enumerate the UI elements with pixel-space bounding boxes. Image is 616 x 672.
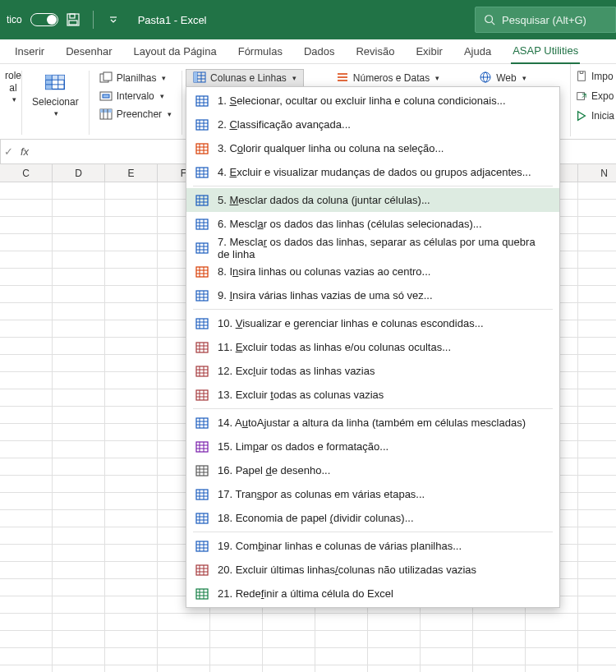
column-header[interactable]: C	[0, 164, 53, 182]
menu-item-16[interactable]: 16. Papel de desenho...	[186, 458, 559, 482]
cell[interactable]	[105, 579, 158, 596]
cell[interactable]	[210, 631, 263, 648]
tab-exibir[interactable]: Exibir	[414, 39, 444, 64]
cell[interactable]	[526, 648, 578, 665]
menu-item-4[interactable]: 4. Excluir e visualizar mudanças de dado…	[186, 160, 559, 184]
cell[interactable]	[0, 372, 53, 389]
cell[interactable]	[263, 631, 315, 648]
cell[interactable]	[0, 182, 53, 200]
cell[interactable]	[53, 596, 105, 614]
cell[interactable]	[0, 389, 53, 407]
preencher-button[interactable]: Preencher▾	[96, 105, 175, 123]
cell[interactable]	[0, 458, 53, 476]
cell[interactable]	[53, 441, 105, 458]
cell[interactable]	[0, 251, 53, 269]
cell[interactable]	[53, 527, 105, 545]
selecionar-button[interactable]: Selecionar ▾	[29, 69, 82, 119]
importar-button[interactable]: Impo	[572, 67, 614, 85]
cell[interactable]	[578, 234, 616, 251]
cell[interactable]	[0, 320, 53, 338]
cell[interactable]	[473, 614, 526, 631]
cell[interactable]	[578, 355, 616, 372]
cell[interactable]	[0, 493, 53, 510]
intervalo-button[interactable]: Intervalo▾	[96, 87, 168, 105]
cell[interactable]	[53, 303, 105, 320]
cell[interactable]	[0, 596, 53, 614]
save-icon[interactable]	[67, 13, 80, 26]
cell[interactable]	[105, 527, 158, 545]
cell[interactable]	[0, 527, 53, 545]
menu-item-1[interactable]: 1. Selecionar, ocultar ou excluir linha …	[186, 89, 559, 113]
cell[interactable]	[53, 200, 105, 217]
cell[interactable]	[263, 614, 315, 631]
cell[interactable]	[0, 510, 53, 527]
cell[interactable]	[53, 234, 105, 251]
cell[interactable]	[0, 614, 53, 631]
cell[interactable]	[53, 545, 105, 562]
menu-item-15[interactable]: 15. Limpar os dados e formatação...	[186, 435, 559, 458]
cell[interactable]	[105, 355, 158, 372]
cell[interactable]	[0, 631, 53, 648]
cell[interactable]	[578, 217, 616, 234]
exportar-button[interactable]: Expo	[572, 87, 614, 105]
menu-item-20[interactable]: 20. Excluir últimas linhas/colunas não u…	[186, 558, 559, 582]
cell[interactable]	[421, 614, 473, 631]
cell[interactable]	[0, 286, 53, 303]
cell[interactable]	[526, 631, 578, 648]
cell[interactable]	[105, 476, 158, 493]
cell[interactable]	[53, 389, 105, 407]
cell[interactable]	[105, 269, 158, 286]
cell[interactable]	[421, 648, 473, 665]
cell[interactable]	[578, 579, 616, 596]
cell[interactable]	[53, 286, 105, 303]
cell[interactable]	[53, 251, 105, 269]
cell[interactable]	[158, 648, 210, 665]
cell[interactable]	[53, 665, 105, 672]
insert-function-check-icon[interactable]: ✓	[1, 145, 16, 158]
cell[interactable]	[53, 407, 105, 424]
cell[interactable]	[421, 665, 473, 672]
cell[interactable]	[578, 631, 616, 648]
colunas-linhas-dropdown[interactable]: Colunas e Linhas▾	[186, 69, 304, 87]
cell[interactable]	[105, 493, 158, 510]
cell[interactable]	[105, 200, 158, 217]
tab-inserir[interactable]: Inserir	[13, 39, 46, 64]
cell[interactable]	[105, 510, 158, 527]
cell[interactable]	[53, 510, 105, 527]
cell[interactable]	[53, 458, 105, 476]
cell[interactable]	[53, 338, 105, 355]
cell[interactable]	[368, 665, 421, 672]
cell[interactable]	[53, 562, 105, 579]
numeros-datas-dropdown[interactable]: Números e Datas▾	[329, 69, 447, 87]
cell[interactable]	[53, 320, 105, 338]
cell[interactable]	[53, 269, 105, 286]
search-box[interactable]: Pesquisar (Alt+G)	[475, 7, 616, 33]
menu-item-3[interactable]: 3. Colorir qualquer linha ou coluna na s…	[186, 136, 559, 160]
menu-item-5[interactable]: 5. Mesclar dados da coluna (juntar célul…	[186, 188, 559, 212]
cell[interactable]	[0, 234, 53, 251]
cell[interactable]	[105, 545, 158, 562]
menu-item-12[interactable]: 12. Excluir todas as linhas vazias	[186, 359, 559, 383]
menu-item-13[interactable]: 13. Excluir todas as colunas vazias	[186, 383, 559, 407]
menu-item-2[interactable]: 2. Classificação avançada...	[186, 113, 559, 136]
cell[interactable]	[53, 182, 105, 200]
cell[interactable]	[578, 527, 616, 545]
cell[interactable]	[578, 407, 616, 424]
cell[interactable]	[578, 596, 616, 614]
cell[interactable]	[105, 441, 158, 458]
cell[interactable]	[578, 424, 616, 441]
cell[interactable]	[53, 493, 105, 510]
customize-qat-icon[interactable]	[107, 13, 120, 26]
cell[interactable]	[158, 614, 210, 631]
cell[interactable]	[105, 234, 158, 251]
cell[interactable]	[105, 286, 158, 303]
fx-label[interactable]: fx	[16, 145, 34, 158]
menu-item-7[interactable]: 7. Mesclar os dados das linhas, separar …	[186, 236, 559, 260]
cell[interactable]	[578, 545, 616, 562]
cell[interactable]	[578, 562, 616, 579]
cell[interactable]	[0, 545, 53, 562]
cell[interactable]	[105, 217, 158, 234]
cell[interactable]	[105, 338, 158, 355]
cell[interactable]	[578, 286, 616, 303]
cell[interactable]	[578, 614, 616, 631]
